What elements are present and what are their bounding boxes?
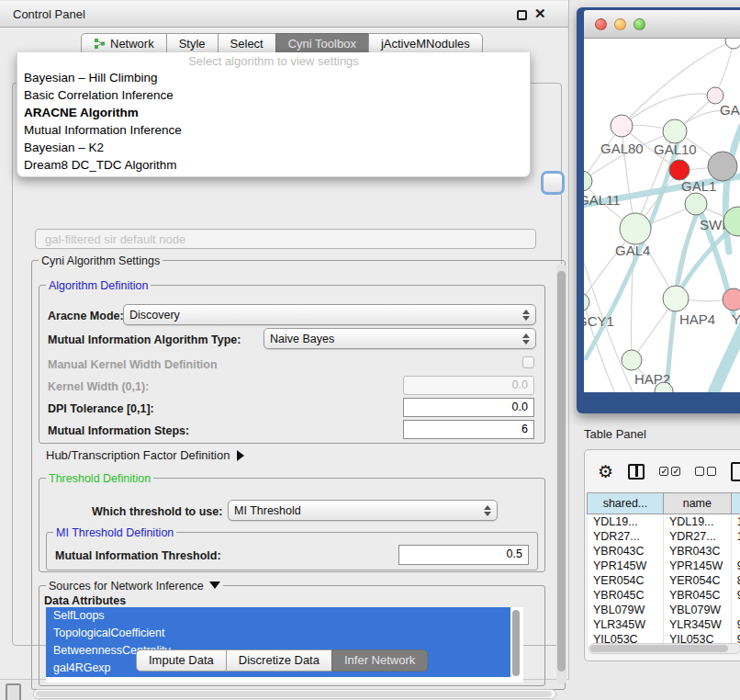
table-cell[interactable]: YBL079W bbox=[588, 603, 664, 617]
aracne-mode-select[interactable]: Discovery bbox=[123, 304, 536, 325]
network-node-gal11[interactable] bbox=[584, 171, 592, 191]
column-header[interactable]: A bbox=[731, 493, 740, 514]
network-window-titlebar[interactable] bbox=[584, 10, 740, 39]
algorithm-option[interactable]: Mutual Information Inference bbox=[17, 121, 530, 139]
which-threshold-select[interactable]: MI Threshold bbox=[228, 500, 498, 521]
select-all-icon[interactable]: ✓✓ bbox=[659, 467, 680, 476]
minimized-panel-icon[interactable] bbox=[6, 683, 21, 700]
mi-steps-input[interactable]: 6 bbox=[403, 420, 534, 439]
close-icon[interactable]: ✕ bbox=[534, 6, 546, 22]
table-cell[interactable]: YDR27... bbox=[588, 529, 664, 544]
network-node-gcy1[interactable] bbox=[584, 293, 589, 311]
algorithm-option[interactable]: Basic Correlation Inference bbox=[17, 86, 530, 104]
network-node[interactable] bbox=[725, 39, 740, 49]
mi-algorithm-type-select[interactable]: Naive Bayes bbox=[263, 328, 536, 349]
zoom-traffic-light-icon[interactable] bbox=[633, 18, 645, 30]
attribute-list-item[interactable]: TopologicalCoefficient bbox=[46, 625, 510, 642]
subtab-label: Discretize Data bbox=[239, 653, 320, 667]
table-row[interactable]: YBL079WYBL079W bbox=[588, 603, 740, 617]
network-node-gal1[interactable] bbox=[669, 160, 690, 180]
network-edge[interactable] bbox=[676, 208, 700, 299]
expanded-arrow-icon bbox=[209, 581, 220, 589]
network-node-gal80[interactable] bbox=[611, 115, 633, 137]
table-cell[interactable]: YBR043C bbox=[588, 544, 664, 559]
table-cell[interactable]: YPR145W bbox=[588, 559, 664, 573]
table-row[interactable]: YBR043CYBR043C bbox=[588, 544, 740, 559]
table-row[interactable]: YDL19...YDL19...13 bbox=[588, 514, 740, 530]
table-cell[interactable]: YBR045C bbox=[663, 588, 731, 603]
float-window-icon[interactable] bbox=[517, 10, 527, 20]
subtab-impute-data[interactable]: Impute Data bbox=[136, 649, 227, 672]
table-cell[interactable]: YER054C bbox=[663, 573, 731, 588]
dpi-tolerance-label: DPI Tolerance [0,1]: bbox=[48, 402, 154, 415]
table-cell[interactable]: YBR043C bbox=[663, 544, 731, 559]
table-row[interactable]: YDR27...YDR27...12 bbox=[588, 529, 740, 544]
table-cell[interactable]: YLR345W bbox=[588, 617, 664, 632]
table-cell[interactable]: 9. bbox=[731, 588, 740, 603]
table-cell[interactable]: YBR045C bbox=[588, 588, 664, 603]
hub-definition-toggle[interactable]: Hub/Transcription Factor Definition bbox=[46, 448, 244, 462]
table-cell[interactable]: YER054C bbox=[588, 573, 664, 588]
table-row[interactable]: YPR145WYPR145W9. bbox=[588, 559, 740, 573]
mi-algorithm-type-value: Naive Bayes bbox=[270, 333, 334, 345]
network-node-gal10[interactable] bbox=[663, 119, 687, 143]
settings-horizontal-scrollbar[interactable] bbox=[33, 689, 556, 699]
subtab-discretize-data[interactable]: Discretize Data bbox=[226, 649, 332, 672]
table-cell[interactable]: YLR345W bbox=[663, 617, 731, 632]
table-row[interactable]: YBR045CYBR045C9. bbox=[588, 588, 740, 603]
table-cell[interactable]: 13 bbox=[731, 514, 740, 530]
gear-icon[interactable]: ⚙ bbox=[598, 461, 613, 481]
minimize-traffic-light-icon[interactable] bbox=[614, 18, 626, 30]
table-cell[interactable]: 9. bbox=[731, 559, 740, 573]
scrollbar-thumb[interactable] bbox=[557, 271, 566, 672]
deselect-all-icon[interactable] bbox=[695, 467, 716, 476]
network-node-swi4[interactable] bbox=[685, 193, 707, 215]
mi-threshold-input[interactable]: 0.5 bbox=[398, 545, 529, 565]
algorithm-option[interactable]: Dream8 DC_TDC Algorithm bbox=[17, 156, 530, 174]
network-source-combo[interactable]: gal-filtered sir default node bbox=[35, 229, 536, 249]
table-cell[interactable]: 8. bbox=[731, 573, 740, 588]
cyni-algorithm-settings-title: Cyni Algorithm Settings bbox=[39, 254, 163, 267]
scrollbar-thumb[interactable] bbox=[36, 691, 552, 697]
list-scrollbar[interactable] bbox=[512, 610, 520, 676]
algorithm-option[interactable]: Bayesian – Hill Climbing bbox=[17, 69, 530, 86]
column-header[interactable]: name bbox=[663, 493, 731, 514]
which-threshold-label: Which threshold to use: bbox=[92, 505, 222, 518]
network-canvas[interactable]: GALGAL80GAL10GAL1GAL11SWI4GAL4GCY1HAP4YH… bbox=[584, 39, 740, 392]
dpi-tolerance-input[interactable]: 0.0 bbox=[403, 398, 534, 417]
column-browser-icon[interactable] bbox=[628, 464, 645, 480]
sources-title[interactable]: Sources for Network Inference bbox=[46, 580, 223, 593]
network-node-gal4[interactable] bbox=[620, 213, 651, 244]
control-panel-titlebar[interactable]: Control Panel ✕ bbox=[0, 0, 568, 28]
table-cell[interactable]: YBL079W bbox=[663, 603, 731, 617]
settings-vertical-scrollbar[interactable] bbox=[556, 264, 566, 684]
manual-kernel-width-checkbox[interactable] bbox=[522, 356, 534, 368]
focused-combo-fragment bbox=[541, 171, 565, 195]
table-cell[interactable] bbox=[731, 544, 740, 559]
attribute-list-item[interactable]: SelfLoops bbox=[46, 607, 510, 625]
table-cell[interactable]: YDR27... bbox=[663, 529, 731, 544]
column-header[interactable]: shared... bbox=[588, 493, 664, 514]
close-traffic-light-icon[interactable] bbox=[595, 18, 607, 30]
subtab-infer-network[interactable]: Infer Network bbox=[331, 649, 428, 672]
network-edge[interactable] bbox=[622, 40, 734, 126]
table-cell[interactable]: 12 bbox=[731, 529, 740, 544]
network-node-hap2[interactable] bbox=[622, 350, 642, 370]
scrollbar-thumb[interactable] bbox=[590, 645, 728, 652]
network-node[interactable] bbox=[708, 152, 737, 181]
table-row[interactable]: YLR345WYLR345W9. bbox=[588, 617, 740, 632]
table-row[interactable]: YER054CYER054C8. bbox=[588, 573, 740, 588]
node-attribute-table[interactable]: shared...nameA YDL19...YDL19...13YDR27..… bbox=[587, 492, 740, 647]
manual-kernel-width-label: Manual Kernel Width Definition bbox=[48, 358, 218, 371]
table-cell[interactable] bbox=[731, 603, 740, 617]
export-table-icon[interactable] bbox=[731, 462, 740, 481]
network-node-hap4[interactable] bbox=[663, 286, 689, 311]
algorithm-option[interactable]: ARACNE Algorithm bbox=[17, 104, 530, 121]
table-cell[interactable]: YDL19... bbox=[663, 514, 731, 530]
table-cell[interactable]: YDL19... bbox=[588, 514, 664, 530]
algorithm-option[interactable]: Bayesian – K2 bbox=[17, 139, 530, 156]
network-node-y[interactable] bbox=[723, 288, 740, 310]
table-cell[interactable]: YPR145W bbox=[663, 559, 731, 573]
table-cell[interactable]: 9. bbox=[731, 617, 740, 632]
table-horizontal-scrollbar[interactable] bbox=[589, 643, 740, 654]
